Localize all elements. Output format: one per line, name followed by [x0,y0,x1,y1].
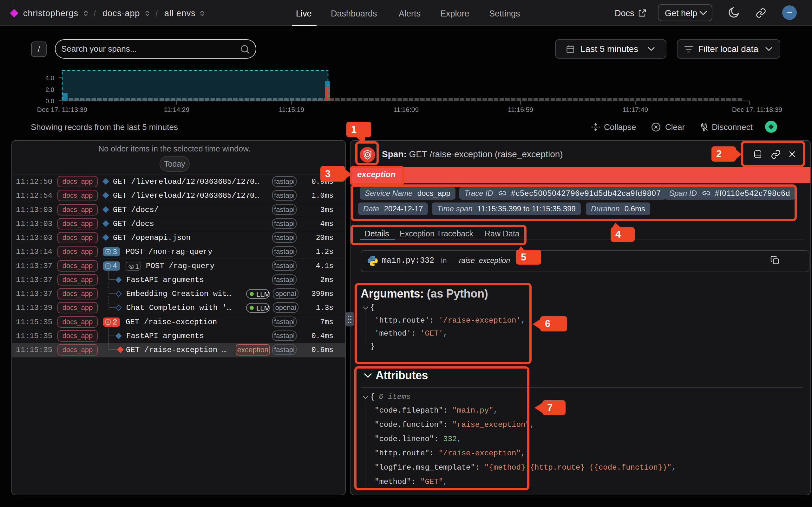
svg-text:Dec 17. 11:13:39: Dec 17. 11:13:39 [37,106,87,113]
svg-text:11:15:19: 11:15:19 [279,106,304,113]
svg-text:11:17:49: 11:17:49 [623,106,648,113]
svg-text:11:16:09: 11:16:09 [393,106,419,113]
svg-text:Dec 17. 11:18:39: Dec 17. 11:18:39 [732,106,782,113]
svg-text:4.0: 4.0 [45,74,54,81]
svg-text:2.0: 2.0 [45,86,54,93]
svg-text:11:14:29: 11:14:29 [164,106,189,113]
svg-text:0.0: 0.0 [45,98,54,105]
svg-text:11:16:59: 11:16:59 [508,106,533,113]
